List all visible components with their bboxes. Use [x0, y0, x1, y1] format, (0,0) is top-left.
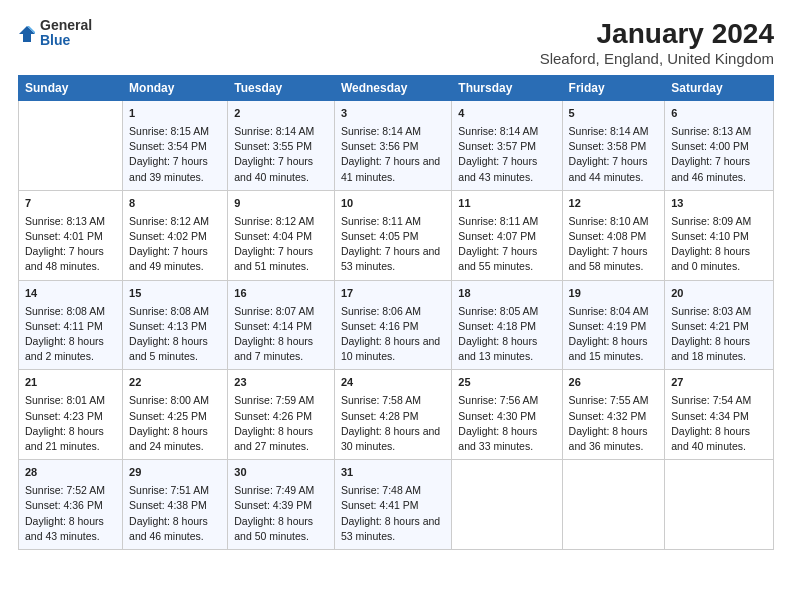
daylight-text: Daylight: 8 hours and 7 minutes. [234, 335, 313, 362]
sub-title: Sleaford, England, United Kingdom [540, 50, 774, 67]
sunset-text: Sunset: 3:56 PM [341, 140, 419, 152]
sunset-text: Sunset: 4:14 PM [234, 320, 312, 332]
sunrise-text: Sunrise: 8:08 AM [129, 305, 209, 317]
col-thursday: Thursday [452, 76, 562, 101]
date-number: 8 [129, 196, 221, 212]
calendar-cell: 4Sunrise: 8:14 AMSunset: 3:57 PMDaylight… [452, 101, 562, 191]
main-title: January 2024 [540, 18, 774, 50]
daylight-text: Daylight: 8 hours and 24 minutes. [129, 425, 208, 452]
sunrise-text: Sunrise: 8:04 AM [569, 305, 649, 317]
calendar-week-3: 21Sunrise: 8:01 AMSunset: 4:23 PMDayligh… [19, 370, 774, 460]
calendar-cell: 1Sunrise: 8:15 AMSunset: 3:54 PMDaylight… [123, 101, 228, 191]
calendar-week-4: 28Sunrise: 7:52 AMSunset: 4:36 PMDayligh… [19, 460, 774, 550]
calendar-cell: 2Sunrise: 8:14 AMSunset: 3:55 PMDaylight… [228, 101, 335, 191]
sunrise-text: Sunrise: 8:14 AM [569, 125, 649, 137]
logo-icon [18, 25, 36, 43]
daylight-text: Daylight: 8 hours and 33 minutes. [458, 425, 537, 452]
calendar-cell: 6Sunrise: 8:13 AMSunset: 4:00 PMDaylight… [665, 101, 774, 191]
date-number: 22 [129, 375, 221, 391]
daylight-text: Daylight: 8 hours and 10 minutes. [341, 335, 440, 362]
sunrise-text: Sunrise: 7:51 AM [129, 484, 209, 496]
daylight-text: Daylight: 8 hours and 2 minutes. [25, 335, 104, 362]
sunrise-text: Sunrise: 7:48 AM [341, 484, 421, 496]
sunrise-text: Sunrise: 8:12 AM [234, 215, 314, 227]
date-number: 13 [671, 196, 767, 212]
daylight-text: Daylight: 7 hours and 44 minutes. [569, 155, 648, 182]
date-number: 5 [569, 106, 659, 122]
date-number: 2 [234, 106, 328, 122]
sunrise-text: Sunrise: 7:56 AM [458, 394, 538, 406]
calendar-table: Sunday Monday Tuesday Wednesday Thursday… [18, 75, 774, 550]
sunset-text: Sunset: 4:38 PM [129, 499, 207, 511]
col-monday: Monday [123, 76, 228, 101]
col-saturday: Saturday [665, 76, 774, 101]
calendar-week-2: 14Sunrise: 8:08 AMSunset: 4:11 PMDayligh… [19, 280, 774, 370]
calendar-cell: 25Sunrise: 7:56 AMSunset: 4:30 PMDayligh… [452, 370, 562, 460]
date-number: 20 [671, 286, 767, 302]
sunrise-text: Sunrise: 7:49 AM [234, 484, 314, 496]
sunset-text: Sunset: 4:32 PM [569, 410, 647, 422]
date-number: 26 [569, 375, 659, 391]
calendar-cell: 15Sunrise: 8:08 AMSunset: 4:13 PMDayligh… [123, 280, 228, 370]
daylight-text: Daylight: 8 hours and 0 minutes. [671, 245, 750, 272]
sunrise-text: Sunrise: 8:13 AM [671, 125, 751, 137]
calendar-cell: 22Sunrise: 8:00 AMSunset: 4:25 PMDayligh… [123, 370, 228, 460]
calendar-cell: 14Sunrise: 8:08 AMSunset: 4:11 PMDayligh… [19, 280, 123, 370]
sunset-text: Sunset: 4:04 PM [234, 230, 312, 242]
header-row: Sunday Monday Tuesday Wednesday Thursday… [19, 76, 774, 101]
daylight-text: Daylight: 8 hours and 18 minutes. [671, 335, 750, 362]
calendar-cell [562, 460, 665, 550]
sunset-text: Sunset: 4:18 PM [458, 320, 536, 332]
calendar-week-1: 7Sunrise: 8:13 AMSunset: 4:01 PMDaylight… [19, 190, 774, 280]
daylight-text: Daylight: 7 hours and 39 minutes. [129, 155, 208, 182]
sunrise-text: Sunrise: 7:55 AM [569, 394, 649, 406]
sunset-text: Sunset: 4:26 PM [234, 410, 312, 422]
col-sunday: Sunday [19, 76, 123, 101]
daylight-text: Daylight: 8 hours and 15 minutes. [569, 335, 648, 362]
daylight-text: Daylight: 7 hours and 49 minutes. [129, 245, 208, 272]
calendar-cell [19, 101, 123, 191]
daylight-text: Daylight: 8 hours and 5 minutes. [129, 335, 208, 362]
sunset-text: Sunset: 4:01 PM [25, 230, 103, 242]
sunrise-text: Sunrise: 7:52 AM [25, 484, 105, 496]
date-number: 1 [129, 106, 221, 122]
sunrise-text: Sunrise: 8:09 AM [671, 215, 751, 227]
sunrise-text: Sunrise: 7:59 AM [234, 394, 314, 406]
calendar-cell: 18Sunrise: 8:05 AMSunset: 4:18 PMDayligh… [452, 280, 562, 370]
sunset-text: Sunset: 4:36 PM [25, 499, 103, 511]
sunset-text: Sunset: 4:39 PM [234, 499, 312, 511]
sunrise-text: Sunrise: 8:14 AM [234, 125, 314, 137]
calendar-cell: 17Sunrise: 8:06 AMSunset: 4:16 PMDayligh… [334, 280, 451, 370]
sunrise-text: Sunrise: 8:10 AM [569, 215, 649, 227]
sunset-text: Sunset: 4:00 PM [671, 140, 749, 152]
sunrise-text: Sunrise: 8:14 AM [458, 125, 538, 137]
header: General Blue January 2024 Sleaford, Engl… [18, 18, 774, 67]
sunrise-text: Sunrise: 8:07 AM [234, 305, 314, 317]
daylight-text: Daylight: 7 hours and 58 minutes. [569, 245, 648, 272]
calendar-cell: 28Sunrise: 7:52 AMSunset: 4:36 PMDayligh… [19, 460, 123, 550]
sunrise-text: Sunrise: 7:54 AM [671, 394, 751, 406]
sunset-text: Sunset: 4:28 PM [341, 410, 419, 422]
sunrise-text: Sunrise: 8:05 AM [458, 305, 538, 317]
sunset-text: Sunset: 3:54 PM [129, 140, 207, 152]
sunset-text: Sunset: 4:41 PM [341, 499, 419, 511]
daylight-text: Daylight: 7 hours and 51 minutes. [234, 245, 313, 272]
calendar-cell: 26Sunrise: 7:55 AMSunset: 4:32 PMDayligh… [562, 370, 665, 460]
date-number: 24 [341, 375, 445, 391]
calendar-cell: 30Sunrise: 7:49 AMSunset: 4:39 PMDayligh… [228, 460, 335, 550]
date-number: 17 [341, 286, 445, 302]
calendar-cell: 12Sunrise: 8:10 AMSunset: 4:08 PMDayligh… [562, 190, 665, 280]
date-number: 16 [234, 286, 328, 302]
date-number: 14 [25, 286, 116, 302]
daylight-text: Daylight: 8 hours and 43 minutes. [25, 515, 104, 542]
calendar-week-0: 1Sunrise: 8:15 AMSunset: 3:54 PMDaylight… [19, 101, 774, 191]
calendar-cell: 19Sunrise: 8:04 AMSunset: 4:19 PMDayligh… [562, 280, 665, 370]
sunrise-text: Sunrise: 8:08 AM [25, 305, 105, 317]
date-number: 10 [341, 196, 445, 212]
daylight-text: Daylight: 8 hours and 40 minutes. [671, 425, 750, 452]
date-number: 25 [458, 375, 555, 391]
daylight-text: Daylight: 8 hours and 36 minutes. [569, 425, 648, 452]
sunset-text: Sunset: 4:08 PM [569, 230, 647, 242]
date-number: 28 [25, 465, 116, 481]
calendar-cell: 13Sunrise: 8:09 AMSunset: 4:10 PMDayligh… [665, 190, 774, 280]
